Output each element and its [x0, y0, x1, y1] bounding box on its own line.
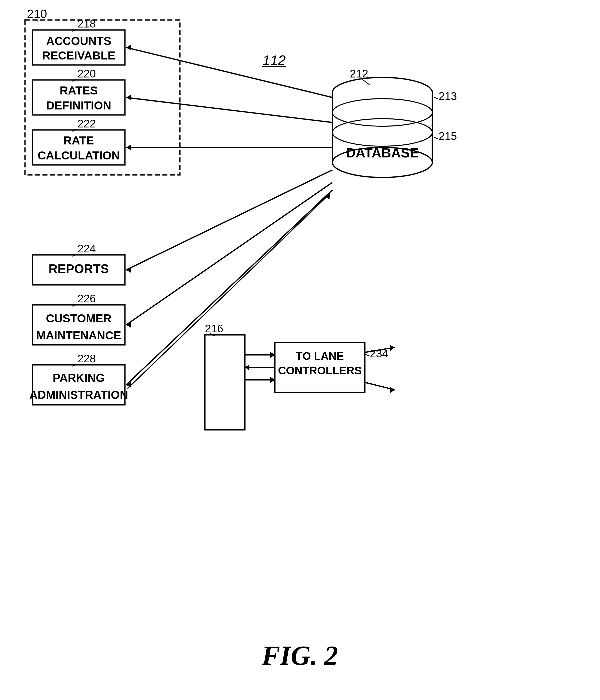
ref-215-label: 215: [439, 130, 457, 142]
ref-216-label: 216: [205, 322, 223, 335]
ref-112-label: 112: [262, 52, 285, 68]
to-lane-controllers-label2: CONTROLLERS: [278, 365, 362, 377]
svg-rect-39: [205, 335, 245, 430]
fig-label: FIG. 2: [261, 640, 338, 671]
customer-maintenance-label: CUSTOMER: [46, 312, 111, 325]
customer-maintenance-label2: MAINTENANCE: [36, 329, 121, 342]
to-lane-controllers-label: TO LANE: [296, 350, 344, 362]
parking-admin-label2: ADMINISTRATION: [29, 389, 128, 401]
parking-admin-label: PARKING: [53, 371, 105, 384]
accounts-receivable-label: ACCOUNTS: [46, 34, 111, 48]
ref-220-label: 220: [77, 68, 96, 80]
ref-212-label: 212: [350, 68, 368, 80]
ref-210-label: 210: [27, 7, 47, 21]
rate-calculation-label2: CALCULATION: [38, 149, 120, 162]
ref-213-label: 213: [439, 90, 457, 102]
ref-226-label: 226: [77, 292, 96, 305]
database-label: DATABASE: [346, 145, 419, 160]
ref-228-label: 228: [77, 352, 96, 365]
rates-definition-label: RATES: [60, 84, 98, 97]
ref-224-label: 224: [77, 243, 96, 255]
rates-definition-label2: DEFINITION: [46, 99, 111, 112]
diagram-container: 210 ACCOUNTS RECEIVABLE 218 RATES DEFINI…: [0, 0, 600, 700]
rate-calculation-label: RATE: [64, 134, 94, 147]
ref-222-label: 222: [77, 118, 96, 130]
diagram-svg: 210 ACCOUNTS RECEIVABLE 218 RATES DEFINI…: [0, 0, 600, 700]
accounts-receivable-label2: RECEIVABLE: [42, 49, 115, 62]
reports-label: REPORTS: [49, 262, 109, 276]
ref-218-label: 218: [77, 18, 96, 30]
